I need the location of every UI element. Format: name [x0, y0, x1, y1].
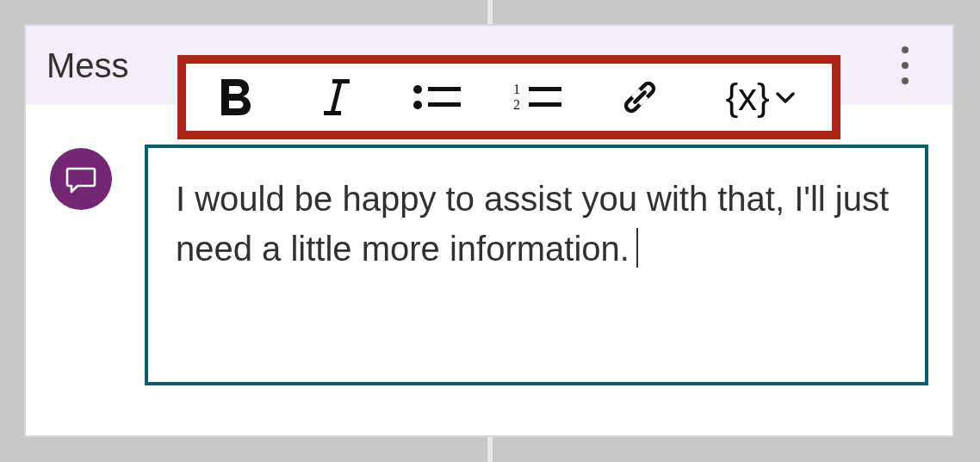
svg-rect-10 — [529, 102, 561, 107]
bold-icon — [216, 76, 256, 119]
message-editor[interactable]: I would be happy to assist you with that… — [145, 145, 928, 385]
node-body: I would be happy to assist you with that… — [26, 105, 952, 435]
bullet-list-button[interactable] — [400, 67, 475, 127]
italic-button[interactable] — [299, 67, 374, 127]
message-icon — [64, 162, 98, 196]
svg-point-3 — [413, 85, 422, 94]
svg-point-4 — [413, 101, 422, 109]
variable-label: {x} — [725, 76, 769, 119]
svg-rect-6 — [428, 102, 461, 107]
bullet-list-icon — [411, 77, 464, 117]
svg-rect-9 — [529, 87, 561, 91]
italic-icon — [317, 76, 357, 119]
more-options-button[interactable] — [884, 26, 927, 105]
bold-button[interactable] — [198, 67, 273, 127]
numbered-list-button[interactable]: 1 2 — [501, 67, 576, 127]
svg-text:1: 1 — [513, 82, 520, 96]
chevron-down-icon — [773, 85, 797, 109]
svg-rect-5 — [428, 87, 461, 91]
message-node-card: Mess 1 — [24, 24, 954, 437]
node-header-label: Mess — [47, 46, 129, 85]
message-text: I would be happy to assist you with that… — [176, 180, 889, 268]
message-node-icon — [50, 148, 112, 210]
svg-marker-2 — [331, 83, 342, 111]
insert-variable-button[interactable]: {x} — [703, 67, 820, 127]
svg-rect-1 — [324, 111, 341, 115]
svg-rect-0 — [332, 79, 350, 83]
link-button[interactable] — [602, 67, 677, 127]
formatting-toolbar: 1 2 {x} — [177, 55, 840, 139]
link-icon — [617, 75, 662, 120]
numbered-list-icon: 1 2 — [512, 77, 565, 117]
text-cursor — [636, 228, 638, 268]
svg-text:2: 2 — [513, 97, 520, 112]
